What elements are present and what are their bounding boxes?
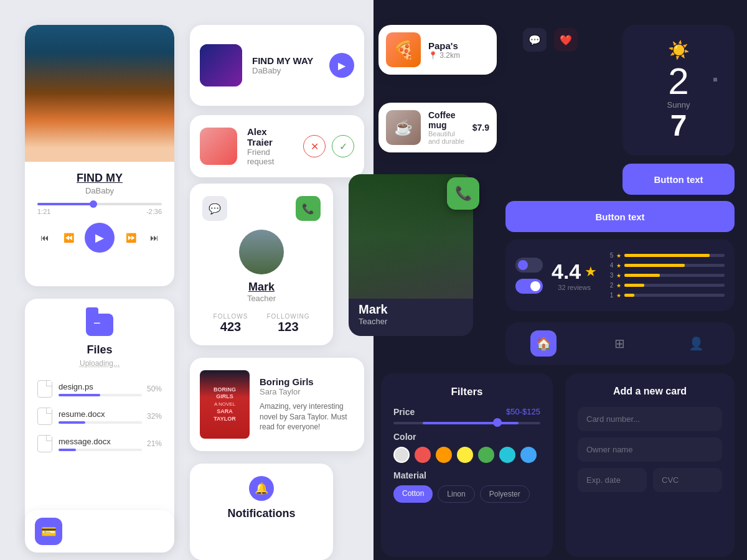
- book-description: Amazing, very interesting novel by Sara …: [260, 401, 354, 432]
- rating-score-section: 4.4 ★ 32 reviews: [552, 259, 597, 291]
- price-slider[interactable]: [393, 422, 540, 424]
- add-card-title: Add a new card: [578, 386, 722, 397]
- file-item-3: message.docx 21%: [37, 435, 162, 452]
- skip-forward-icon[interactable]: ⏭: [147, 230, 162, 245]
- reject-button[interactable]: ✕: [303, 135, 326, 157]
- nav-grid-button[interactable]: ⊞: [607, 330, 633, 357]
- chip-polyester[interactable]: Polyester: [480, 485, 530, 503]
- file-icon-3: [37, 435, 52, 452]
- track-list-card: FIND MY WAY DaBaby ▶: [190, 25, 364, 106]
- color-filter: Color: [393, 432, 540, 463]
- exp-date-field[interactable]: Exp. date: [578, 468, 647, 492]
- artist-name: DaBaby: [37, 186, 162, 195]
- rating-number: 4.4: [552, 259, 581, 284]
- card-number-field[interactable]: Card number...: [578, 407, 722, 431]
- track-info: FIND MY DaBaby: [25, 162, 174, 195]
- top-action-icons: 💬 ❤️: [523, 28, 578, 52]
- restaurant-distance: 📍 3.2km: [428, 51, 460, 60]
- file-item-2: resume.docx 32%: [37, 408, 162, 425]
- price-filter: Price $50-$125: [393, 407, 540, 424]
- wallet-card: 💳: [25, 510, 174, 553]
- product-image: ☕: [386, 110, 421, 145]
- file-name-2: resume.docx: [59, 409, 142, 419]
- friend-name: Alex Traier: [247, 126, 293, 147]
- color-red[interactable]: [415, 447, 431, 463]
- color-blue[interactable]: [520, 447, 537, 463]
- button-wide-label: Button text: [595, 212, 644, 222]
- skip-back-icon[interactable]: ⏮: [37, 230, 52, 245]
- price-label: Price: [393, 407, 415, 417]
- product-info: Coffee mug Beautiful and durable: [428, 110, 465, 145]
- profile-dark-name: Mark: [359, 302, 388, 317]
- file-pct-3: 21%: [147, 439, 162, 448]
- accept-button[interactable]: ✓: [332, 135, 354, 157]
- bubble-icon[interactable]: 💬: [523, 28, 547, 52]
- rating-card: 4.4 ★ 32 reviews 5 ★ 4 ★ 3 ★ 2: [505, 240, 735, 311]
- folder-icon: [86, 314, 113, 336]
- track-artist: DaBaby: [252, 66, 319, 75]
- file-item-1: design.ps 50%: [37, 380, 162, 398]
- friend-info: Alex Traier Friend request: [247, 126, 293, 166]
- chip-linon[interactable]: Linon: [438, 485, 474, 503]
- wallet-icon: 💳: [35, 518, 62, 545]
- nav-profile-button[interactable]: 👤: [684, 330, 710, 357]
- rating-bars: 5 ★ 4 ★ 3 ★ 2 ★ 1 ★: [606, 252, 725, 299]
- time-remaining: -2:36: [146, 208, 162, 215]
- profile-section: [239, 230, 284, 274]
- color-yellow[interactable]: [457, 447, 473, 463]
- rating-bar-1: 1 ★: [606, 292, 725, 299]
- weather-condition: Sunny: [667, 100, 690, 110]
- friend-avatar: [200, 128, 237, 165]
- toggle-on[interactable]: [515, 279, 543, 294]
- progress-section[interactable]: [25, 195, 174, 208]
- button-small[interactable]: Button text: [622, 164, 735, 195]
- book-card: BORINGGIRLSA NOVELSARATAYLOR Boring Girl…: [190, 358, 364, 451]
- restaurant-info: Papa's 📍 3.2km: [428, 40, 460, 60]
- card-expiry-row: Exp. date CVC: [578, 468, 722, 492]
- heart-icon[interactable]: ❤️: [554, 28, 578, 52]
- rating-bar-4: 4 ★: [606, 262, 725, 269]
- color-orange[interactable]: [436, 447, 452, 463]
- file-name-1: design.ps: [59, 382, 142, 391]
- product-price: $7.9: [472, 123, 489, 133]
- following-stat: FOLLOWING 123: [266, 313, 309, 334]
- music-player-card: FIND MY DaBaby 1:21 -2:36 ⏮ ⏪ ▶ ⏩ ⏭: [25, 25, 174, 286]
- following-label: FOLLOWING: [266, 313, 309, 320]
- book-cover: BORINGGIRLSA NOVELSARATAYLOR: [200, 370, 250, 439]
- time-elapsed: 1:21: [37, 208, 50, 215]
- play-pause-button[interactable]: ▶: [85, 223, 115, 253]
- color-label: Color: [393, 432, 540, 442]
- toggle-group: [515, 258, 543, 294]
- track-play-button[interactable]: ▶: [329, 53, 354, 78]
- button-wide[interactable]: Button text: [505, 201, 735, 232]
- price-range: $50-$125: [506, 407, 540, 417]
- file-icon-2: [37, 408, 52, 425]
- album-art: [25, 25, 174, 162]
- color-white[interactable]: [393, 447, 410, 463]
- call-button[interactable]: 📞: [296, 196, 321, 221]
- cvc-field[interactable]: CVC: [653, 468, 722, 492]
- weather-dot: [713, 78, 717, 82]
- rating-reviews: 32 reviews: [558, 284, 591, 291]
- forward-icon[interactable]: ⏩: [123, 230, 138, 245]
- chip-cotton[interactable]: Cotton: [393, 485, 433, 503]
- owner-name-field[interactable]: Owner name: [578, 437, 722, 462]
- bottom-nav-dark: 🏠 ⊞ 👤: [505, 322, 735, 365]
- toggle-off[interactable]: [515, 258, 543, 273]
- message-button[interactable]: 💬: [202, 196, 227, 221]
- rewind-icon[interactable]: ⏪: [61, 230, 76, 245]
- profile-dark-role: Teacher: [359, 317, 388, 326]
- nav-home-button[interactable]: 🏠: [530, 330, 557, 357]
- call-icon-dark[interactable]: 📞: [447, 177, 479, 210]
- friend-subtitle: Friend request: [247, 147, 293, 166]
- restaurant-card: 🍕 Papa's 📍 3.2km: [378, 25, 497, 75]
- rating-bar-3: 3 ★: [606, 272, 725, 279]
- temperature-big: 2: [668, 63, 688, 100]
- button-small-label: Button text: [654, 174, 703, 185]
- following-count: 123: [266, 320, 309, 334]
- profile-avatar: [239, 230, 284, 274]
- color-cyan[interactable]: [499, 447, 515, 463]
- rating-bar-5: 5 ★: [606, 252, 725, 259]
- filters-title: Filters: [393, 386, 540, 398]
- color-green[interactable]: [478, 447, 494, 463]
